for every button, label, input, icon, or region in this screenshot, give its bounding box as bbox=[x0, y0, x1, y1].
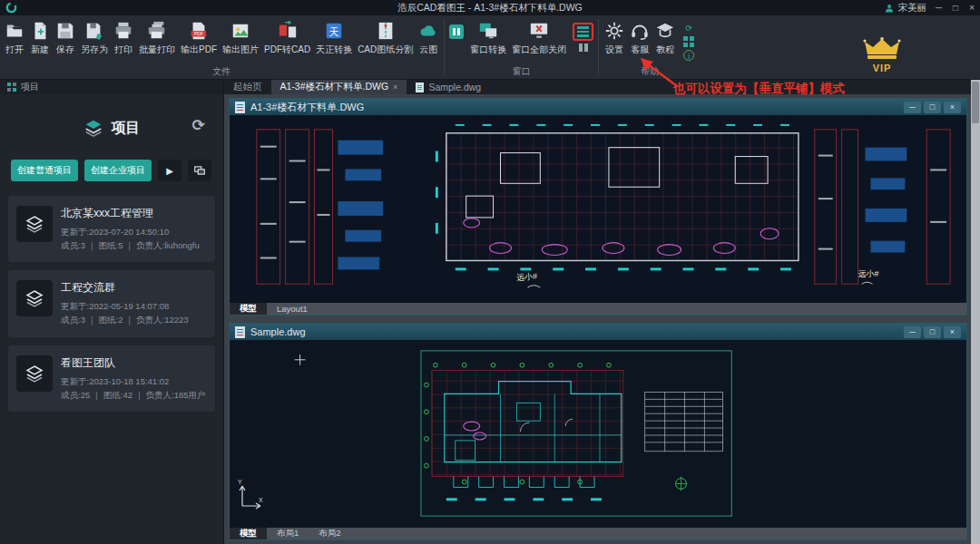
apps-grid-icon[interactable] bbox=[683, 36, 694, 47]
tangent-convert-button[interactable]: 天 天正转换 bbox=[313, 17, 355, 56]
panel-grid-icon bbox=[7, 83, 16, 92]
open-button[interactable]: 打开 bbox=[2, 17, 27, 56]
vertical-scrollbar[interactable] bbox=[971, 80, 980, 544]
handwriting-mark: 远小# bbox=[516, 271, 538, 282]
window-close-button[interactable]: × bbox=[944, 102, 961, 113]
new-button[interactable]: 新建 bbox=[27, 17, 53, 56]
window-switch-button[interactable]: 窗口转换 bbox=[467, 17, 509, 56]
minimize-button[interactable]: ─ bbox=[936, 3, 942, 13]
create-normal-project-button[interactable]: 创建普通项目 bbox=[11, 160, 78, 181]
drawing-window-1[interactable]: A1-3#楼石材下料单.DWG ─ □ × bbox=[229, 98, 967, 316]
project-name: 工程交流群 bbox=[61, 280, 189, 296]
window-restore-button[interactable]: □ bbox=[924, 102, 941, 113]
svg-text:PDF: PDF bbox=[194, 31, 203, 36]
vip-label: VIP bbox=[860, 63, 904, 73]
svg-text:天: 天 bbox=[329, 26, 339, 37]
pdf-to-cad-button[interactable]: PDF转CAD bbox=[261, 17, 313, 56]
project-card[interactable]: 北京某xxx工程管理 更新于:2023-07-20 14:50:10 成员:3 … bbox=[8, 196, 215, 262]
horizontal-tile-button[interactable] bbox=[573, 23, 593, 41]
project-stats: 成员:3 ｜ 图纸:2 ｜ 负责人:12223 bbox=[61, 314, 189, 327]
window-restore-button[interactable]: □ bbox=[924, 326, 941, 338]
drawing-split-button[interactable]: CAD图纸分割 bbox=[355, 17, 416, 56]
window-minimize-button[interactable]: ─ bbox=[904, 326, 921, 338]
svg-text:Y: Y bbox=[238, 479, 242, 485]
export-image-button[interactable]: 输出图片 bbox=[220, 17, 261, 56]
maximize-button[interactable]: □ bbox=[953, 3, 958, 13]
drawing-split-icon bbox=[376, 21, 396, 41]
save-as-icon bbox=[84, 21, 104, 41]
play-button[interactable]: ▶ bbox=[158, 160, 181, 181]
model-tab[interactable]: 模型 bbox=[230, 528, 267, 539]
project-updated: 更新于:2023-07-20 14:50:10 bbox=[61, 226, 200, 239]
projects-stack-icon bbox=[83, 118, 103, 138]
close-all-windows-icon bbox=[529, 21, 549, 41]
cloud-drawing-button[interactable]: 云图 bbox=[416, 17, 441, 56]
user-name: 宋美丽 bbox=[898, 2, 927, 15]
customer-service-button[interactable]: 客服 bbox=[627, 17, 652, 56]
model-tab[interactable]: 模型 bbox=[230, 303, 267, 315]
window-group-label: 窗口 bbox=[447, 65, 595, 79]
project-sync-button[interactable] bbox=[188, 160, 211, 181]
close-button[interactable]: × bbox=[969, 3, 975, 13]
save-as-button[interactable]: 另存为 bbox=[78, 17, 111, 56]
project-name: 看图王团队 bbox=[61, 355, 206, 371]
layout2-tab[interactable]: 布局2 bbox=[309, 528, 350, 539]
project-card[interactable]: 看图王团队 更新于:2023-10-18 15:41:02 成员:25 ｜ 图纸… bbox=[8, 345, 215, 412]
vertical-tile-button[interactable] bbox=[579, 44, 588, 52]
window-minimize-button[interactable]: ─ bbox=[904, 102, 921, 113]
sidebar-title: 项目 ⟳ bbox=[0, 118, 223, 138]
tutorial-button[interactable]: 教程 bbox=[652, 17, 678, 56]
layout1-tab[interactable]: Layout1 bbox=[267, 303, 318, 315]
vip-badge[interactable]: VIP bbox=[860, 37, 904, 73]
project-card[interactable]: 工程交流群 更新于:2022-05-19 14:07:08 成员:3 ｜ 图纸:… bbox=[8, 270, 215, 336]
cloud-icon bbox=[418, 21, 438, 41]
project-stats: 成员:3 ｜ 图纸:5 ｜ 负责人:liuhongfu bbox=[61, 239, 200, 253]
settings-button[interactable]: 设置 bbox=[602, 17, 627, 56]
batch-print-icon bbox=[147, 21, 167, 41]
print-button[interactable]: 打印 bbox=[111, 17, 136, 56]
window-close-button[interactable]: × bbox=[944, 326, 961, 338]
file-group-label: 文件 bbox=[2, 65, 441, 79]
app-window: 浩辰CAD看图王 - A1-3#楼石材下料单.DWG 宋美丽 ─ □ × 打开 bbox=[0, 0, 980, 544]
annotation-text: 也可以设置为【垂直平铺】模式 bbox=[673, 81, 845, 97]
close-all-windows-button[interactable]: 窗口全部关闭 bbox=[509, 17, 569, 56]
tab-close-icon[interactable]: × bbox=[393, 83, 397, 92]
window-1-titlebar[interactable]: A1-3#楼石材下料单.DWG ─ □ × bbox=[230, 99, 966, 115]
info-icon[interactable]: i bbox=[683, 50, 694, 61]
dwg-file-icon bbox=[235, 326, 245, 338]
tab-sample-document[interactable]: Sample.dwg bbox=[407, 80, 490, 94]
sidebar-panel-tab[interactable]: 项目 bbox=[0, 80, 223, 94]
annotation-arrow-icon bbox=[632, 54, 682, 89]
project-icon bbox=[16, 355, 53, 392]
tutorial-icon bbox=[655, 21, 675, 41]
window-1-title: A1-3#楼石材下料单.DWG bbox=[250, 101, 364, 114]
doc-icon bbox=[416, 83, 424, 92]
handwriting-mark: 远小# bbox=[858, 269, 879, 278]
layout1-tab[interactable]: 布局1 bbox=[267, 528, 309, 539]
save-button[interactable]: 保存 bbox=[53, 17, 78, 56]
scrollbar-thumb[interactable] bbox=[972, 82, 979, 123]
project-list: 北京某xxx工程管理 更新于:2023-07-20 14:50:10 成员:3 … bbox=[0, 196, 223, 412]
window-2-layout-tabs: 模型 布局1 布局2 bbox=[230, 528, 966, 539]
ribbon-divider bbox=[598, 19, 599, 75]
window-title: 浩辰CAD看图王 - A1-3#楼石材下料单.DWG bbox=[0, 2, 980, 15]
crown-icon bbox=[862, 37, 902, 61]
cad-canvas-2[interactable]: Y X bbox=[230, 340, 966, 528]
headset-icon bbox=[630, 21, 650, 41]
create-enterprise-project-button[interactable]: 创建企业项目 bbox=[84, 160, 152, 181]
tab-active-document[interactable]: A1-3#楼石材下料单.DWG × bbox=[271, 80, 407, 94]
sync-icon[interactable]: ⟳ bbox=[683, 23, 694, 34]
refresh-button[interactable]: ⟳ bbox=[192, 116, 205, 135]
title-bar: 浩辰CAD看图王 - A1-3#楼石材下料单.DWG 宋美丽 ─ □ × bbox=[0, 0, 980, 15]
project-updated: 更新于:2023-10-18 15:41:02 bbox=[61, 375, 206, 389]
tile-windows-icon[interactable] bbox=[449, 24, 464, 39]
export-image-icon bbox=[230, 21, 250, 41]
window-2-titlebar[interactable]: Sample.dwg ─ □ × bbox=[230, 324, 966, 340]
export-pdf-button[interactable]: PDF 输出PDF bbox=[178, 17, 220, 56]
batch-print-button[interactable]: 批量打印 bbox=[136, 17, 178, 56]
drawing-window-2[interactable]: Sample.dwg ─ □ × bbox=[229, 323, 967, 540]
cad-canvas-1[interactable]: 远小# 远小# bbox=[230, 115, 966, 303]
tab-start-page[interactable]: 起始页 bbox=[224, 80, 271, 94]
user-account[interactable]: 宋美丽 bbox=[884, 2, 927, 15]
svg-text:X: X bbox=[259, 497, 263, 503]
